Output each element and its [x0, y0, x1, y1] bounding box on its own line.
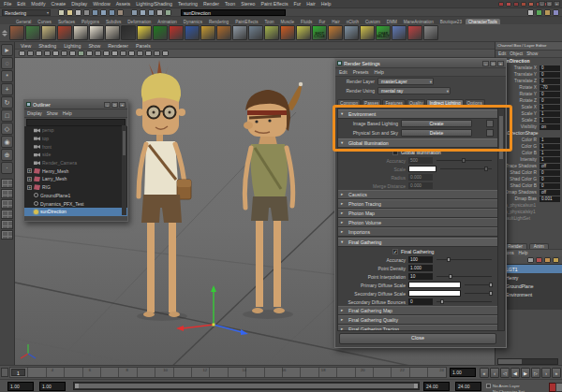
menubar-menu[interactable]: File: [4, 1, 11, 7]
playback-button[interactable]: ◀: [510, 368, 520, 378]
render-button-icon[interactable]: [544, 9, 551, 16]
shelf-button[interactable]: [200, 25, 215, 40]
shelf-button[interactable]: [423, 25, 438, 40]
panel-toolbar-icon[interactable]: [137, 51, 143, 56]
shelf-button[interactable]: [41, 25, 56, 40]
outliner-item[interactable]: RIG: [24, 183, 127, 192]
shelf-button[interactable]: [392, 25, 407, 40]
channel-value-field[interactable]: 1: [540, 111, 560, 117]
channel-value-field[interactable]: on: [540, 124, 560, 130]
render-settings-titlebar[interactable]: Render Settings –□×: [335, 59, 506, 68]
status-icon[interactable]: [140, 9, 146, 16]
panel-menu[interactable]: View: [21, 43, 31, 49]
panel-toolbar-icon[interactable]: [120, 51, 126, 56]
channel-value-field[interactable]: 0: [540, 177, 560, 182]
collapsed-section-header[interactable]: Final Gathering Tracing: [338, 325, 497, 331]
shelf-button[interactable]: [185, 25, 200, 40]
status-icon[interactable]: [117, 9, 124, 16]
channel-value-field[interactable]: 0: [540, 72, 560, 78]
channel-value-field[interactable]: 0: [540, 183, 560, 189]
menu-set-dropdown[interactable]: Rendering: [2, 9, 51, 16]
channel-value-field[interactable]: 0: [540, 92, 560, 97]
layout-button[interactable]: [1, 189, 13, 198]
shelf-button[interactable]: [169, 25, 184, 40]
parameter-slider[interactable]: [436, 157, 492, 164]
menubar-menu[interactable]: Assets: [116, 1, 131, 7]
outliner-item[interactable]: Dynamics_PFX_Test: [24, 199, 127, 208]
range-start-handle[interactable]: [75, 384, 79, 388]
expand-icon[interactable]: [27, 177, 32, 181]
channel-value-field[interactable]: 1: [540, 157, 560, 163]
slider-handle[interactable]: [489, 283, 493, 287]
slider-handle[interactable]: [440, 299, 444, 304]
playback-button[interactable]: ▷: [531, 368, 540, 378]
channel-value-field[interactable]: off: [540, 190, 560, 196]
channel-box-menu[interactable]: Edit: [498, 51, 506, 56]
status-icon[interactable]: [75, 9, 81, 16]
menubar-menu[interactable]: Paint Effects: [261, 1, 288, 7]
range-end-handle[interactable]: [414, 384, 418, 388]
tool-button[interactable]: ◌: [1, 57, 13, 69]
shelf-button[interactable]: [121, 25, 136, 40]
shelf-button[interactable]: [137, 25, 152, 40]
collapsed-section-header[interactable]: Final Gathering Quality: [338, 315, 497, 325]
character-larry[interactable]: [244, 82, 303, 313]
panel-toolbar-icon[interactable]: [162, 51, 169, 56]
menubar-icon[interactable]: [528, 2, 534, 7]
status-icon[interactable]: [58, 9, 65, 16]
menubar-menu[interactable]: Render: [203, 1, 219, 7]
vertical-scrollbar[interactable]: [497, 108, 505, 331]
shelf-button[interactable]: CHAR SELECT: [376, 25, 391, 40]
tool-button[interactable]: +: [1, 83, 13, 95]
tool-button[interactable]: ·: [1, 162, 13, 174]
panel-toolbar-icon[interactable]: [95, 51, 101, 56]
shelf-button[interactable]: [407, 25, 422, 40]
menubar-menu[interactable]: Help: [321, 1, 332, 7]
render-settings-menu[interactable]: Help: [375, 69, 384, 75]
window-control-button[interactable]: –: [539, 1, 545, 7]
shelf-button[interactable]: [105, 25, 120, 40]
status-icon[interactable]: [109, 9, 115, 16]
render-settings-tab[interactable]: Options: [465, 99, 485, 106]
menubar-icon[interactable]: [521, 2, 526, 7]
outliner-menu[interactable]: Help: [63, 111, 72, 116]
menubar-menu[interactable]: Lighting/Shading: [136, 1, 172, 7]
slider-handle[interactable]: [447, 257, 451, 262]
channel-value-field[interactable]: 0: [540, 170, 560, 176]
shelf-button[interactable]: [248, 25, 263, 40]
panel-menu[interactable]: Lighting: [64, 43, 81, 49]
render-settings-menu[interactable]: Edit: [339, 69, 348, 75]
color-swatch[interactable]: [408, 290, 461, 297]
collapsed-section-header[interactable]: Final Gathering Map: [338, 306, 497, 315]
collapsed-section-header[interactable]: Importons: [338, 227, 497, 237]
animation-end-field[interactable]: 24.00: [455, 382, 481, 391]
layout-button[interactable]: [1, 210, 13, 219]
panel-toolbar-icon[interactable]: [78, 51, 84, 56]
color-swatch[interactable]: [408, 282, 461, 288]
playback-button[interactable]: ›: [541, 368, 551, 378]
outliner-filter-input[interactable]: [26, 119, 126, 126]
parameter-slider[interactable]: [440, 166, 492, 172]
slider-handle[interactable]: [449, 274, 452, 279]
panel-toolbar-icon[interactable]: [19, 51, 25, 56]
layer-editor-menu[interactable]: Help: [519, 251, 528, 255]
window-control-button[interactable]: –: [482, 61, 489, 66]
menubar-menu[interactable]: Display: [71, 1, 87, 7]
menubar-icon[interactable]: [506, 2, 511, 7]
render-button-icon[interactable]: [536, 9, 542, 16]
outliner-titlebar[interactable]: Outliner –□×: [24, 100, 127, 109]
horizontal-scrollbar[interactable]: [497, 358, 558, 365]
tool-button[interactable]: □: [1, 109, 13, 122]
window-control-button[interactable]: □: [111, 102, 118, 108]
shelf-button[interactable]: [73, 25, 88, 40]
status-icon[interactable]: [83, 9, 90, 16]
channel-value-field[interactable]: off: [540, 164, 560, 169]
final-gathering-checkbox[interactable]: [392, 249, 398, 254]
status-icon[interactable]: [148, 9, 155, 16]
layer-editor-icon[interactable]: [527, 257, 534, 263]
panel-toolbar-icon[interactable]: [128, 51, 135, 56]
shelf-scroll-arrows[interactable]: [0, 30, 9, 36]
connection-icon[interactable]: [486, 120, 494, 127]
panel-toolbar-icon[interactable]: [145, 51, 152, 56]
tool-button[interactable]: ◉: [1, 136, 13, 148]
